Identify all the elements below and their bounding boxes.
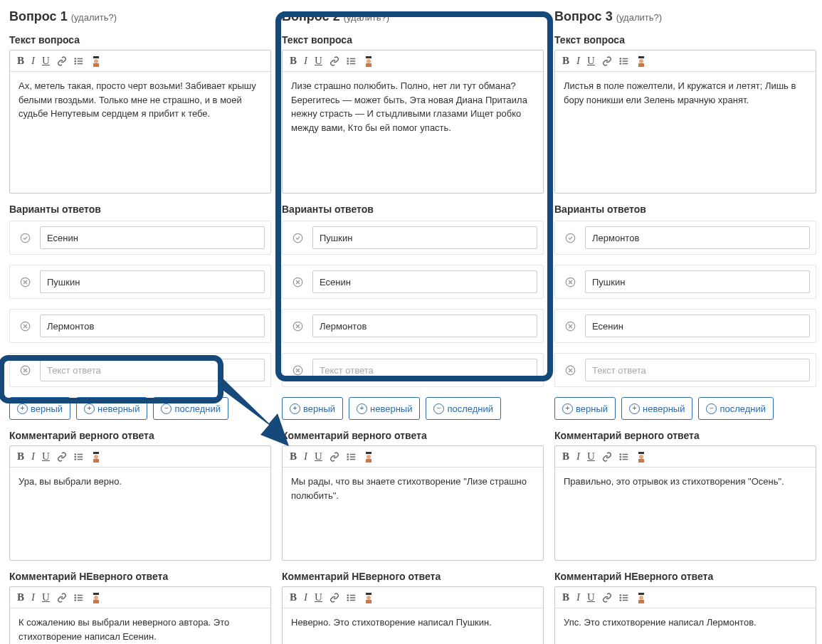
answer-input[interactable]: Текст ответа xyxy=(312,359,537,381)
avatar-icon[interactable] xyxy=(636,593,646,603)
italic-button[interactable]: I xyxy=(576,55,580,67)
check-circle-icon[interactable] xyxy=(10,233,40,243)
list-icon[interactable] xyxy=(74,56,84,66)
answer-input[interactable]: Пушкин xyxy=(585,270,810,293)
answer-input[interactable]: Лермонтов xyxy=(585,226,810,249)
bold-button[interactable]: B xyxy=(290,55,297,67)
x-circle-icon[interactable] xyxy=(555,321,585,332)
bold-button[interactable]: B xyxy=(290,450,297,463)
check-circle-icon[interactable] xyxy=(283,233,312,243)
italic-button[interactable]: I xyxy=(31,55,35,67)
remove-last-button[interactable]: −последний xyxy=(698,397,774,420)
link-icon[interactable] xyxy=(330,452,339,462)
underline-button[interactable]: U xyxy=(42,591,50,603)
answer-input[interactable]: Пушкин xyxy=(312,226,537,249)
add-correct-button[interactable]: +верный xyxy=(282,397,343,420)
avatar-icon[interactable] xyxy=(636,56,646,66)
italic-button[interactable]: I xyxy=(304,591,307,603)
list-icon[interactable] xyxy=(74,452,84,462)
list-icon[interactable] xyxy=(347,56,357,66)
list-icon[interactable] xyxy=(74,593,84,603)
underline-button[interactable]: U xyxy=(587,591,595,603)
link-icon[interactable] xyxy=(602,593,612,603)
comment-correct-body[interactable]: Правильно, это отрывок из стихотворения … xyxy=(555,468,816,560)
delete-link[interactable]: (удалить?) xyxy=(616,12,662,23)
underline-button[interactable]: U xyxy=(315,450,322,463)
underline-button[interactable]: U xyxy=(42,450,50,463)
avatar-icon[interactable] xyxy=(364,452,374,462)
link-icon[interactable] xyxy=(602,56,612,66)
link-icon[interactable] xyxy=(602,452,612,462)
comment-incorrect-body[interactable]: Упс. Это стихотворение написал Лермонтов… xyxy=(555,608,816,644)
bold-button[interactable]: B xyxy=(562,450,569,463)
list-icon[interactable] xyxy=(619,452,629,462)
link-icon[interactable] xyxy=(57,56,67,66)
bold-button[interactable]: B xyxy=(17,55,24,67)
avatar-icon[interactable] xyxy=(91,593,101,603)
comment-incorrect-body[interactable]: Неверно. Это стихотворение написал Пушки… xyxy=(283,608,543,644)
add-correct-button[interactable]: +верный xyxy=(554,397,616,420)
list-icon[interactable] xyxy=(619,56,629,66)
list-icon[interactable] xyxy=(619,593,629,603)
link-icon[interactable] xyxy=(330,593,339,603)
add-incorrect-button[interactable]: +неверный xyxy=(76,397,147,420)
x-circle-icon[interactable] xyxy=(283,321,312,332)
link-icon[interactable] xyxy=(57,452,67,462)
avatar-icon[interactable] xyxy=(91,452,101,462)
bold-button[interactable]: B xyxy=(290,591,297,603)
avatar-icon[interactable] xyxy=(364,56,374,66)
italic-button[interactable]: I xyxy=(576,450,580,463)
question-body[interactable]: Лизе страшно полюбить. Полно, нет ли тут… xyxy=(283,72,543,193)
delete-link[interactable]: (удалить?) xyxy=(344,12,389,23)
answer-input[interactable]: Лермонтов xyxy=(312,315,537,337)
comment-incorrect-body[interactable]: К сожалению вы выбрали неверного автора.… xyxy=(10,608,270,644)
underline-button[interactable]: U xyxy=(587,55,595,67)
answer-input[interactable]: Есенин xyxy=(312,270,537,293)
question-body[interactable]: Листья в поле пожелтели, И кружатся и ле… xyxy=(555,72,816,193)
italic-button[interactable]: I xyxy=(304,55,307,67)
add-correct-button[interactable]: +верный xyxy=(9,397,70,420)
comment-incorrect-label: Комментарий НЕверного ответа xyxy=(282,571,544,582)
bold-button[interactable]: B xyxy=(562,55,569,67)
question-body[interactable]: Ах, метель такая, просто черт возьми! За… xyxy=(10,72,270,193)
add-incorrect-button[interactable]: +неверный xyxy=(621,397,692,420)
delete-link[interactable]: (удалить?) xyxy=(71,12,117,23)
x-circle-icon[interactable] xyxy=(10,365,40,376)
answer-input[interactable]: Есенин xyxy=(40,226,265,249)
avatar-icon[interactable] xyxy=(91,56,101,66)
link-icon[interactable] xyxy=(330,56,339,66)
list-icon[interactable] xyxy=(347,593,357,603)
answer-input[interactable]: Текст ответа xyxy=(40,359,265,381)
x-circle-icon[interactable] xyxy=(283,277,312,287)
underline-button[interactable]: U xyxy=(315,55,322,67)
avatar-icon[interactable] xyxy=(364,593,374,603)
bold-button[interactable]: B xyxy=(17,450,24,463)
italic-button[interactable]: I xyxy=(576,591,580,603)
answer-input[interactable]: Есенин xyxy=(585,315,810,337)
remove-last-button[interactable]: −последний xyxy=(153,397,228,420)
avatar-icon[interactable] xyxy=(636,452,646,462)
italic-button[interactable]: I xyxy=(31,591,35,603)
answer-input[interactable]: Лермонтов xyxy=(40,315,265,337)
bold-button[interactable]: B xyxy=(17,591,24,603)
x-circle-icon[interactable] xyxy=(555,277,585,287)
check-circle-icon[interactable] xyxy=(555,233,585,243)
x-circle-icon[interactable] xyxy=(283,365,312,376)
answer-input[interactable]: Пушкин xyxy=(40,270,265,293)
x-circle-icon[interactable] xyxy=(10,321,40,332)
comment-correct-body[interactable]: Ура, вы выбрали верно. xyxy=(10,468,270,560)
italic-button[interactable]: I xyxy=(304,450,307,463)
add-incorrect-button[interactable]: +неверный xyxy=(349,397,420,420)
underline-button[interactable]: U xyxy=(42,55,50,67)
italic-button[interactable]: I xyxy=(31,450,35,463)
answer-input[interactable]: Текст ответа xyxy=(585,359,810,381)
list-icon[interactable] xyxy=(347,452,357,462)
underline-button[interactable]: U xyxy=(587,450,595,463)
bold-button[interactable]: B xyxy=(562,591,569,603)
x-circle-icon[interactable] xyxy=(10,277,40,287)
comment-correct-body[interactable]: Мы рады, что вы знаете стихотворение "Ли… xyxy=(283,468,543,560)
remove-last-button[interactable]: −последний xyxy=(426,397,501,420)
underline-button[interactable]: U xyxy=(315,591,322,603)
x-circle-icon[interactable] xyxy=(555,365,585,376)
link-icon[interactable] xyxy=(57,593,67,603)
